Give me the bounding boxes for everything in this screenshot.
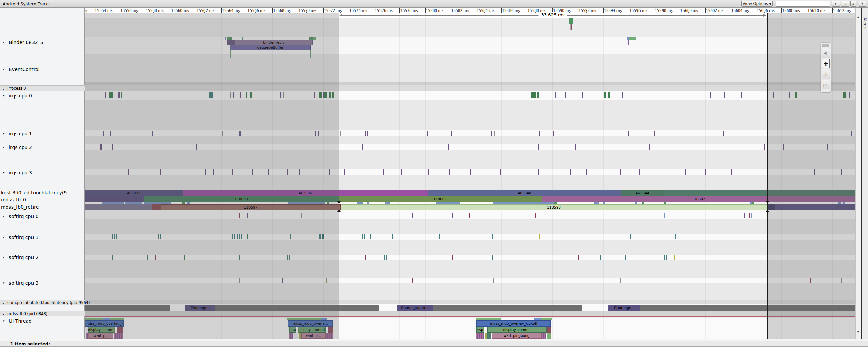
event-tick-mdss-fb0-events[interactable] bbox=[750, 202, 752, 204]
expanded-icon[interactable]: ▾ bbox=[3, 86, 4, 92]
trace-mark[interactable] bbox=[628, 40, 629, 45]
event-tick-irqs-cpu-3[interactable] bbox=[500, 169, 501, 175]
event-tick-softirq-cpu-1[interactable] bbox=[492, 234, 493, 239]
event-tick-irqs-cpu-1[interactable] bbox=[539, 131, 540, 136]
event-tick-softirq-cpu-0[interactable] bbox=[664, 213, 665, 218]
event-tick-mdss-fb0-events[interactable] bbox=[752, 202, 754, 204]
event-tick-irqs-cpu-3[interactable] bbox=[586, 169, 587, 175]
event-tick-irqs-cpu-1[interactable] bbox=[427, 131, 428, 136]
timing-tool-button[interactable]: |↔| bbox=[822, 80, 830, 89]
event-tick-irqs-cpu-0[interactable] bbox=[531, 92, 536, 98]
event-tick-mdss-fb0-events[interactable] bbox=[496, 202, 554, 204]
event-tick-irqs-cpu-3[interactable] bbox=[685, 169, 686, 175]
event-tick-mdss-fb0-events[interactable] bbox=[594, 202, 599, 204]
expanded-icon[interactable]: ▾ bbox=[3, 94, 5, 97]
scroll-down-icon[interactable]: ▼ bbox=[857, 330, 859, 333]
event-tick-softirq-cpu-1[interactable] bbox=[362, 234, 363, 239]
event-tick-softirq-cpu-0[interactable] bbox=[744, 213, 745, 218]
event-tick-irqs-cpu-3[interactable] bbox=[639, 169, 640, 175]
event-tick-mdss-fb0-events[interactable] bbox=[603, 202, 605, 204]
trace-slice[interactable]: ssp bbox=[476, 327, 484, 333]
event-tick-irqs-cpu-3[interactable] bbox=[449, 169, 450, 175]
event-tick-mdss-fb0-events[interactable] bbox=[664, 202, 666, 204]
sidebar-track-row[interactable]: kgsl-3d0_ed.touchlatency(9... bbox=[1, 190, 86, 195]
event-tick-irqs-cpu-3[interactable] bbox=[383, 169, 384, 175]
event-tick-softirq-cpu-3[interactable] bbox=[493, 278, 494, 283]
event-tick-irqs-cpu-2[interactable] bbox=[649, 144, 650, 150]
event-tick-softirq-cpu-2[interactable] bbox=[492, 255, 493, 260]
event-tick-irqs-cpu-0[interactable] bbox=[608, 92, 610, 98]
expanded-icon[interactable]: ▾ bbox=[3, 171, 5, 174]
event-tick-irqs-cpu-3[interactable] bbox=[620, 169, 621, 175]
group-header[interactable]: ▾mdss_fb0 (pid 6848) bbox=[0, 311, 85, 316]
trace-mark[interactable] bbox=[573, 24, 573, 37]
event-tick-irqs-cpu-3[interactable] bbox=[731, 169, 732, 175]
horizontal-scrollbar[interactable] bbox=[0, 339, 868, 341]
event-tick-softirq-cpu-2[interactable] bbox=[384, 255, 385, 260]
event-tick-softirq-cpu-2[interactable] bbox=[578, 255, 579, 260]
selection-tool-button[interactable]: ➤ bbox=[822, 48, 830, 58]
expanded-icon[interactable]: ▾ bbox=[3, 146, 5, 149]
event-tick-mdss-fb0-events[interactable] bbox=[357, 202, 363, 204]
event-tick-irqs-cpu-1[interactable] bbox=[367, 131, 368, 136]
event-tick-irqs-cpu-1[interactable] bbox=[628, 131, 629, 136]
trace-slice[interactable]: Choreographe... bbox=[397, 305, 433, 311]
expanded-icon[interactable]: ▾ bbox=[3, 68, 5, 71]
expanded-icon[interactable]: ▾ bbox=[3, 41, 5, 44]
trace-mark[interactable] bbox=[433, 305, 582, 311]
event-tick-softirq-cpu-2[interactable] bbox=[664, 255, 665, 260]
event-tick-softirq-cpu-1[interactable] bbox=[364, 234, 365, 239]
find-previous-button[interactable]: ← bbox=[832, 1, 840, 7]
event-tick-irqs-cpu-3[interactable] bbox=[470, 169, 471, 175]
event-tick-irqs-cpu-2[interactable] bbox=[538, 144, 539, 150]
event-tick-softirq-cpu-1[interactable] bbox=[439, 234, 440, 239]
event-tick-softirq-cpu-2[interactable] bbox=[386, 255, 387, 260]
trace-slice[interactable]: Choreogr... bbox=[608, 305, 640, 311]
find-next-button[interactable]: → bbox=[841, 1, 849, 7]
group-header[interactable]: ▸com.prefabulated.touchlatency (pid 9564… bbox=[0, 300, 85, 305]
event-tick-irqs-cpu-0[interactable] bbox=[582, 92, 583, 98]
event-tick-irqs-cpu-3[interactable] bbox=[538, 169, 539, 175]
trace-slice[interactable]: 463340 bbox=[428, 190, 621, 196]
expanded-icon[interactable]: ▾ bbox=[3, 281, 5, 285]
event-tick-irqs-cpu-3[interactable] bbox=[401, 169, 402, 175]
trace-mark[interactable] bbox=[547, 333, 551, 339]
event-tick-softirq-cpu-1[interactable] bbox=[630, 234, 631, 239]
trace-slice[interactable]: 118601 bbox=[339, 196, 542, 202]
event-tick-softirq-cpu-3[interactable] bbox=[620, 278, 621, 283]
event-tick-irqs-cpu-1[interactable] bbox=[494, 131, 495, 136]
event-tick-mdss-fb0-events[interactable] bbox=[436, 202, 460, 204]
event-tick-irqs-cpu-0[interactable] bbox=[555, 92, 556, 98]
event-tick-irqs-cpu-2[interactable] bbox=[575, 144, 576, 150]
event-tick-irqs-cpu-3[interactable] bbox=[428, 169, 429, 175]
event-tick-mdss-fb0-events[interactable] bbox=[385, 202, 390, 204]
event-tick-irqs-cpu-1[interactable] bbox=[340, 131, 341, 136]
event-tick-irqs-cpu-3[interactable] bbox=[344, 169, 345, 175]
trace-mark[interactable] bbox=[570, 24, 571, 30]
event-tick-irqs-cpu-0[interactable] bbox=[710, 92, 711, 98]
trace-mark[interactable] bbox=[487, 333, 491, 339]
event-tick-softirq-cpu-2[interactable] bbox=[674, 255, 675, 260]
expanded-icon[interactable]: ▾ bbox=[3, 132, 5, 135]
trace-mark[interactable] bbox=[569, 18, 573, 24]
pan-tool-button[interactable]: ✚ bbox=[822, 59, 830, 68]
trace-mark[interactable] bbox=[476, 333, 484, 339]
event-tick-mdss-fb0-events[interactable] bbox=[635, 202, 637, 204]
event-tick-softirq-cpu-2[interactable] bbox=[625, 255, 626, 260]
event-tick-softirq-cpu-0[interactable] bbox=[749, 213, 750, 218]
zoom-tool-button[interactable]: ↓ bbox=[822, 69, 830, 79]
help-button[interactable]: ? bbox=[859, 1, 866, 7]
group-header[interactable]: ▾Process 0 bbox=[0, 85, 85, 91]
expanded-icon[interactable]: ▾ bbox=[3, 215, 5, 218]
scroll-up-icon[interactable]: ▲ bbox=[857, 15, 859, 19]
event-tick-mdss-fb0-events[interactable] bbox=[554, 202, 557, 204]
trace-slice[interactable]: mdss_mdp_overlay_kickoff bbox=[476, 320, 551, 327]
view-options-button[interactable]: View Options ▾ bbox=[741, 1, 773, 7]
expanded-icon[interactable]: ▾ bbox=[3, 319, 5, 323]
event-tick-irqs-cpu-1[interactable] bbox=[553, 131, 554, 136]
event-tick-irqs-cpu-0[interactable] bbox=[537, 92, 539, 98]
sidebar-track-row[interactable]: mdss_fb_0 bbox=[1, 197, 86, 202]
selection-marker-right[interactable] bbox=[767, 12, 768, 339]
event-tick-softirq-cpu-1[interactable] bbox=[392, 234, 393, 239]
sidebar-track-row[interactable]: – bbox=[40, 14, 125, 18]
